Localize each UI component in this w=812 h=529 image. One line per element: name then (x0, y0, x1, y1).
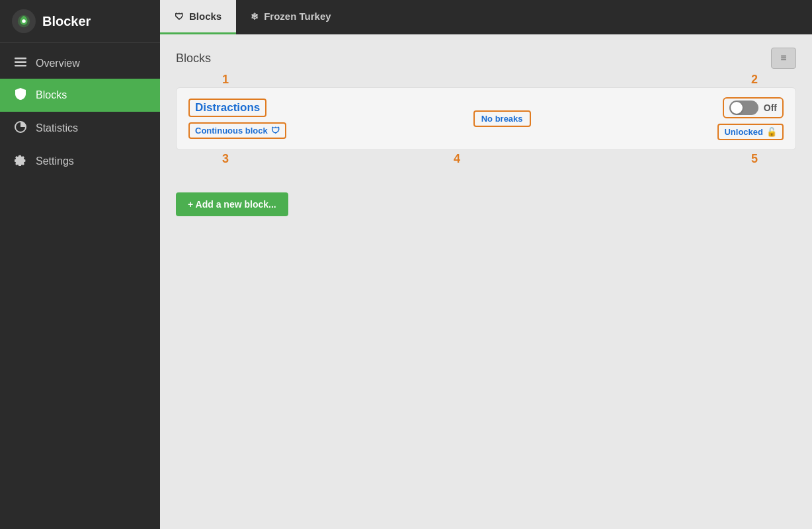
shield-icon (13, 88, 28, 102)
menu-button[interactable]: ≡ (771, 48, 796, 69)
shield-small-icon: 🛡 (271, 126, 280, 136)
add-block-button[interactable]: + Add a new block... (176, 192, 288, 216)
shield-tab-icon: 🛡 (175, 11, 184, 22)
block-info-section: Distractions Continuous block 🛡 (188, 99, 286, 139)
sidebar-header: Blocker (0, 0, 160, 43)
block-type-badge[interactable]: Continuous block 🛡 (188, 122, 286, 139)
lock-icon: 🔓 (766, 127, 777, 137)
breaks-badge[interactable]: No breaks (473, 110, 531, 127)
add-block-label: + Add a new block... (188, 199, 276, 210)
sidebar: Blocker Overview Blocks (0, 0, 160, 529)
sidebar-item-statistics[interactable]: Statistics (0, 112, 160, 145)
block-card: Distractions Continuous block 🛡 No break… (176, 87, 796, 150)
svg-rect-4 (15, 65, 26, 67)
unlock-label: Unlocked (724, 127, 763, 137)
menu-icon: ≡ (780, 52, 786, 64)
gear-icon (13, 154, 28, 169)
tab-blocks-label: Blocks (189, 11, 222, 22)
sidebar-item-overview[interactable]: Overview (0, 48, 160, 79)
block-card-wrapper: 1 2 3 4 5 Distractions Continuous block … (176, 87, 796, 150)
toggle-knob (731, 102, 743, 114)
unlock-badge[interactable]: Unlocked 🔓 (717, 124, 784, 140)
tab-blocks[interactable]: 🛡 Blocks (160, 0, 236, 34)
sidebar-item-blocks[interactable]: Blocks (0, 79, 160, 112)
sidebar-navigation: Overview Blocks Statistics (0, 43, 160, 178)
svg-rect-2 (15, 58, 26, 60)
svg-point-1 (22, 19, 26, 23)
app-title: Blocker (42, 14, 91, 29)
content-area: Blocks ≡ 1 2 3 4 5 Distractions (160, 34, 812, 529)
chart-icon (13, 121, 28, 136)
page-title: Blocks (176, 52, 211, 65)
tab-frozen-turkey[interactable]: ❄ Frozen Turkey (236, 0, 345, 34)
sidebar-item-statistics-label: Statistics (36, 122, 78, 134)
block-right: Off Unlocked 🔓 (717, 97, 784, 140)
app-logo (12, 9, 36, 33)
sidebar-item-blocks-label: Blocks (36, 89, 67, 101)
add-block-section: + Add a new block... (176, 177, 796, 216)
toggle-label: Off (764, 102, 777, 113)
annotation-4: 4 (454, 152, 460, 166)
annotation-2: 2 (751, 73, 758, 87)
snowflake-icon: ❄ (251, 11, 259, 22)
toggle-row[interactable]: Off (723, 97, 784, 118)
svg-rect-3 (15, 61, 26, 63)
block-middle: No breaks (300, 110, 705, 127)
breaks-label: No breaks (481, 114, 523, 124)
content-header: Blocks ≡ (176, 48, 796, 69)
annotation-5: 5 (751, 152, 758, 166)
tab-bar: 🛡 Blocks ❄ Frozen Turkey (160, 0, 812, 34)
sidebar-item-settings-label: Settings (36, 155, 74, 167)
block-name[interactable]: Distractions (188, 99, 266, 117)
list-icon (13, 58, 28, 69)
tab-frozen-turkey-label: Frozen Turkey (264, 11, 331, 22)
toggle-switch[interactable] (729, 101, 758, 115)
main-area: 🛡 Blocks ❄ Frozen Turkey Blocks ≡ 1 2 3 … (160, 0, 812, 529)
sidebar-item-settings[interactable]: Settings (0, 145, 160, 178)
block-type-label: Continuous block (195, 126, 268, 136)
sidebar-item-overview-label: Overview (36, 58, 80, 69)
annotation-3: 3 (222, 152, 229, 166)
annotation-1: 1 (222, 73, 229, 87)
